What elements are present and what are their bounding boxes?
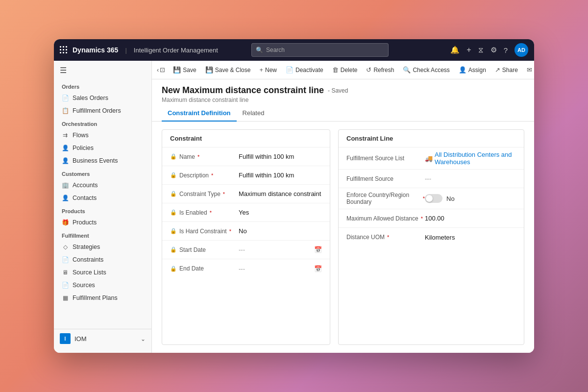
sidebar-item-constraints[interactable]: 📄 Constraints (54, 253, 151, 266)
sidebar-item-policies[interactable]: 👤 Policies (54, 142, 151, 154)
share-button[interactable]: ↗ Share (491, 64, 522, 75)
back-button[interactable]: ‹ (157, 63, 159, 77)
check-access-button[interactable]: 🔍 Check Access (399, 64, 453, 75)
deactivate-button[interactable]: 📄 Deactivate (282, 64, 327, 75)
sidebar-item-fulfillment-orders[interactable]: 📋 Fulfillment Orders (54, 104, 151, 117)
saved-badge: - Saved (328, 87, 348, 94)
accounts-icon: 🏢 (62, 182, 69, 189)
source-lists-icon: 🖥 (62, 269, 69, 276)
field-label-start-date: 🔒 Start Date (170, 246, 239, 253)
sidebar-item-products[interactable]: 🎁 Products (54, 216, 151, 229)
calendar-icon-start[interactable]: 📅 (314, 246, 322, 253)
calendar-icon-end[interactable]: 📅 (314, 265, 322, 272)
field-label-description: 🔒 Description * (170, 172, 239, 179)
constraint-card: Constraint 🔒 Name * Fulfill within 100 k… (162, 129, 330, 345)
sidebar-item-label: Sources (73, 282, 95, 289)
forward-button[interactable]: ⊡ (160, 63, 165, 77)
bell-icon[interactable]: 🔔 (450, 46, 460, 54)
email-link-button[interactable]: ✉ Email a Link (523, 64, 534, 75)
sidebar-item-contacts[interactable]: 👤 Contacts (54, 192, 151, 204)
toggle-switch[interactable] (425, 194, 442, 203)
title-bar: Dynamics 365 | Intelligent Order Managem… (54, 39, 534, 61)
sidebar-org-label: IOM (74, 335, 87, 343)
settings-icon[interactable]: ⚙ (490, 46, 497, 54)
lock-icon-start-date: 🔒 (170, 246, 177, 253)
deactivate-label: Deactivate (295, 67, 323, 74)
search-bar[interactable]: 🔍 Search (251, 43, 389, 57)
field-label-is-hard-constraint: 🔒 Is Hard Constraint * (170, 228, 239, 235)
new-button[interactable]: + New (255, 64, 281, 75)
field-value-end-date[interactable]: --- 📅 (239, 265, 322, 272)
field-row-enforce-boundary: Enforce Country/Region Boundary * No (339, 188, 524, 209)
field-row-is-hard-constraint: 🔒 Is Hard Constraint * No (162, 222, 330, 241)
fulfillment-plans-icon: ▦ (62, 294, 69, 301)
tab-constraint-definition[interactable]: Constraint Definition (162, 105, 237, 122)
field-label-max-distance: Maximum Allowed Distance * (346, 215, 425, 222)
apps-icon[interactable] (60, 46, 68, 54)
deactivate-icon: 📄 (286, 66, 294, 74)
sidebar-item-label: Fulfillment Orders (73, 107, 121, 114)
page-title: New Maximum distance constraint line (162, 85, 324, 96)
field-label-is-enabled: 🔒 Is Enabled * (170, 209, 239, 216)
save-button[interactable]: 💾 Save (169, 64, 200, 75)
refresh-icon: ↺ (366, 66, 371, 74)
field-value-max-distance: 100.00 (425, 215, 516, 222)
field-value-fulfillment-source-list[interactable]: 🚚 All Distribution Centers and Warehouse… (425, 151, 516, 166)
sidebar-item-label: Fulfillment Plans (73, 294, 118, 301)
sidebar-item-source-lists[interactable]: 🖥 Source Lists (54, 266, 151, 279)
constraint-line-card: Constraint Line Fulfillment Source List … (338, 129, 524, 345)
email-icon: ✉ (527, 66, 532, 74)
sidebar-item-label: Source Lists (73, 269, 106, 276)
business-events-icon: 👤 (62, 157, 69, 164)
field-label-enforce-boundary: Enforce Country/Region Boundary * (346, 192, 425, 205)
strategies-icon: ◇ (62, 244, 69, 250)
refresh-label: Refresh (373, 67, 394, 74)
page-title-row: New Maximum distance constraint line - S… (162, 85, 524, 96)
field-row-fulfillment-source: Fulfillment Source --- (339, 170, 524, 188)
delete-icon: 🗑 (332, 66, 339, 74)
sidebar-item-flows[interactable]: ⇉ Flows (54, 129, 151, 142)
field-row-start-date: 🔒 Start Date --- 📅 (162, 241, 330, 259)
sidebar-item-strategies[interactable]: ◇ Strategies (54, 241, 151, 253)
search-placeholder: Search (266, 47, 285, 53)
sidebar-item-fulfillment-plans[interactable]: ▦ Fulfillment Plans (54, 292, 151, 304)
sidebar-user-area[interactable]: I IOM ⌃ (54, 329, 151, 348)
field-label-fulfillment-source-list: Fulfillment Source List (346, 155, 425, 162)
sidebar-item-sources[interactable]: 📄 Sources (54, 279, 151, 292)
field-row-constraint-type: 🔒 Constraint Type * Maximum distance con… (162, 185, 330, 203)
search-icon: 🔍 (256, 47, 263, 53)
help-icon[interactable]: ? (504, 46, 508, 54)
sidebar-item-label: Products (73, 219, 97, 226)
tab-related[interactable]: Related (237, 105, 270, 122)
plus-icon[interactable]: + (466, 46, 471, 54)
sidebar-item-label: Policies (73, 145, 94, 151)
constraint-card-title: Constraint (162, 130, 330, 147)
products-icon: 🎁 (62, 219, 69, 226)
form-content: Constraint 🔒 Name * Fulfill within 100 k… (152, 122, 534, 353)
sidebar-item-sales-orders[interactable]: 📄 Sales Orders (54, 92, 151, 104)
check-access-label: Check Access (413, 67, 449, 74)
delete-button[interactable]: 🗑 Delete (328, 64, 362, 75)
titlebar-actions: 🔔 + ⧖ ⚙ ? AD (450, 43, 528, 57)
field-value-start-date[interactable]: --- 📅 (239, 246, 322, 253)
avatar[interactable]: AD (514, 43, 528, 57)
filter-icon[interactable]: ⧖ (478, 46, 484, 54)
sidebar-item-label: Business Events (73, 157, 118, 164)
sidebar-item-label: Strategies (73, 244, 100, 250)
command-bar: ‹ ⊡ 💾 Save 💾 Save & Close + New 📄 Dea (152, 61, 534, 79)
page-subtitle: Maximum distance constraint line (162, 97, 524, 103)
sidebar-chevron-icon: ⌃ (141, 335, 146, 342)
assign-label: Assign (468, 67, 486, 74)
field-row-description: 🔒 Description * Fulfill within 100 km (162, 166, 330, 185)
hamburger-icon[interactable]: ☰ (54, 61, 151, 80)
save-icon: 💾 (173, 66, 181, 74)
sidebar-item-accounts[interactable]: 🏢 Accounts (54, 179, 151, 192)
assign-icon: 👤 (459, 66, 466, 74)
sidebar-item-business-events[interactable]: 👤 Business Events (54, 154, 151, 167)
save-close-button[interactable]: 💾 Save & Close (201, 64, 255, 75)
toggle-enforce-boundary[interactable]: No (425, 194, 516, 203)
assign-button[interactable]: 👤 Assign (455, 64, 490, 75)
refresh-button[interactable]: ↺ Refresh (362, 64, 398, 75)
sidebar-section-customers: Customers (54, 167, 151, 179)
field-label-name: 🔒 Name * (170, 153, 239, 160)
